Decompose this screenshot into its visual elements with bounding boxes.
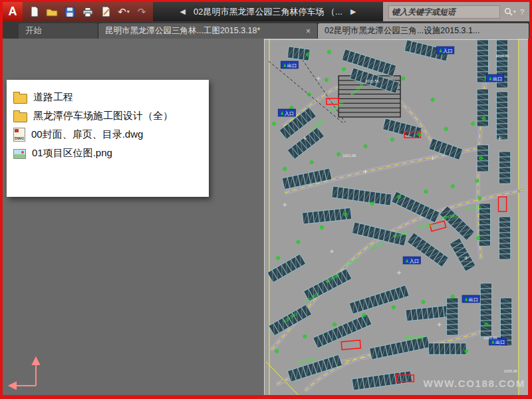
svg-text:入口: 入口: [410, 259, 419, 264]
png-file-icon: [13, 149, 26, 159]
file-label: 01项目区位图.png: [32, 147, 112, 160]
search-button[interactable]: ▾: [504, 7, 516, 16]
svg-text:1015.28: 1015.28: [504, 369, 517, 373]
svg-text:BK0+020: BK0+020: [406, 335, 424, 340]
printer-icon: [82, 7, 94, 17]
new-file-icon: [29, 6, 40, 17]
svg-text:1021.06: 1021.06: [342, 154, 356, 158]
file-label: 00封面、扉页、目录.dwg: [31, 128, 143, 141]
svg-text:出口: 出口: [469, 297, 478, 303]
redo-button[interactable]: ↷: [134, 4, 150, 20]
edit-sheet-button[interactable]: [98, 4, 114, 20]
file-item-dwg[interactable]: DWG 00封面、扉页、目录.dwg: [13, 125, 202, 144]
toolbar-icons: ↶ ▾ ↷: [23, 2, 153, 21]
svg-text:入口: 入口: [443, 49, 452, 54]
model-canvas[interactable]: 出口入口入口出口出口出口入口K0+340K0+360K0+380K0+400K0…: [3, 39, 528, 395]
sheet-pencil-icon: [100, 6, 112, 17]
new-file-button[interactable]: [26, 4, 42, 20]
title-zone: ◀ 02昆明市黑龙潭公园三角林停车场 （... ▶: [153, 2, 383, 21]
magnifier-icon: [504, 7, 513, 16]
search-caret-icon: ▾: [513, 9, 516, 15]
undo-icon: ↶: [118, 7, 126, 17]
svg-text:1021.56: 1021.56: [366, 79, 379, 83]
file-label: 黑龙潭停车场施工图设计（全）: [33, 110, 173, 122]
svg-text:出口: 出口: [493, 76, 502, 82]
app-window: A: [0, 0, 532, 399]
tab-label: 开始: [25, 25, 42, 37]
plot-button[interactable]: [80, 4, 96, 20]
folder-icon: [13, 94, 27, 104]
file-label: 道路工程: [33, 91, 73, 104]
save-button[interactable]: [62, 4, 78, 20]
tab-close-icon[interactable]: ×: [306, 27, 311, 36]
open-folder-icon: [46, 7, 58, 17]
file-item-folder-1[interactable]: 道路工程: [13, 88, 202, 106]
svg-text:1016.01: 1016.01: [496, 54, 509, 58]
help-button[interactable]: ?: [520, 8, 524, 16]
undo-caret-icon: ▾: [127, 9, 130, 15]
window-title: 02昆明市黑龙潭公园三角林停车场 （...: [194, 6, 342, 18]
tab-drawing-2-active[interactable]: 02昆明市黑龙潭公园三角...设施2015.3.1...: [318, 23, 529, 39]
autocad-logo-icon[interactable]: A: [3, 2, 23, 21]
svg-text:出口: 出口: [495, 340, 505, 345]
title-prev-arrow[interactable]: ◀: [180, 7, 186, 16]
save-floppy-icon: [65, 7, 75, 17]
tab-drawing-1[interactable]: 昆明市黑龙潭公园三角林...工图2015.3.18* ×: [98, 23, 318, 39]
title-next-arrow[interactable]: ▶: [350, 7, 356, 16]
tab-start[interactable]: 开始: [19, 23, 98, 39]
folder-icon: [13, 112, 27, 122]
ucs-icon: [8, 356, 40, 390]
infocenter: ▾ ?: [383, 2, 529, 21]
search-input[interactable]: [388, 5, 500, 19]
quick-access-toolbar: A: [3, 2, 529, 21]
tab-label: 02昆明市黑龙潭公园三角...设施2015.3.1...: [325, 25, 479, 37]
file-list-panel: 道路工程 黑龙潭停车场施工图设计（全） DWG 00封面、扉页、目录.dwg 0…: [7, 80, 209, 197]
file-item-png[interactable]: 01项目区位图.png: [13, 144, 202, 162]
svg-text:出口: 出口: [287, 63, 297, 68]
undo-button[interactable]: ↶ ▾: [116, 4, 132, 20]
cad-sheet-area: 出口入口入口出口出口出口入口K0+340K0+360K0+380K0+400K0…: [264, 39, 528, 395]
open-file-button[interactable]: [44, 4, 60, 20]
tab-label: 昆明市黑龙潭公园三角林...工图2015.3.18*: [105, 25, 260, 37]
dwg-file-icon: DWG: [13, 128, 25, 142]
redo-icon: ↷: [138, 7, 146, 17]
cad-drawing[interactable]: 出口入口入口出口出口出口入口K0+340K0+360K0+380K0+400K0…: [265, 39, 528, 395]
file-item-folder-2[interactable]: 黑龙潭停车场施工图设计（全）: [13, 106, 202, 125]
svg-text:1015.99: 1015.99: [483, 336, 497, 340]
watermark: WWW.CO188.COM: [424, 378, 525, 389]
file-tabbar: 开始 昆明市黑龙潭公园三角林...工图2015.3.18* × 02昆明市黑龙潭…: [3, 21, 529, 39]
svg-text:入口: 入口: [285, 111, 294, 116]
